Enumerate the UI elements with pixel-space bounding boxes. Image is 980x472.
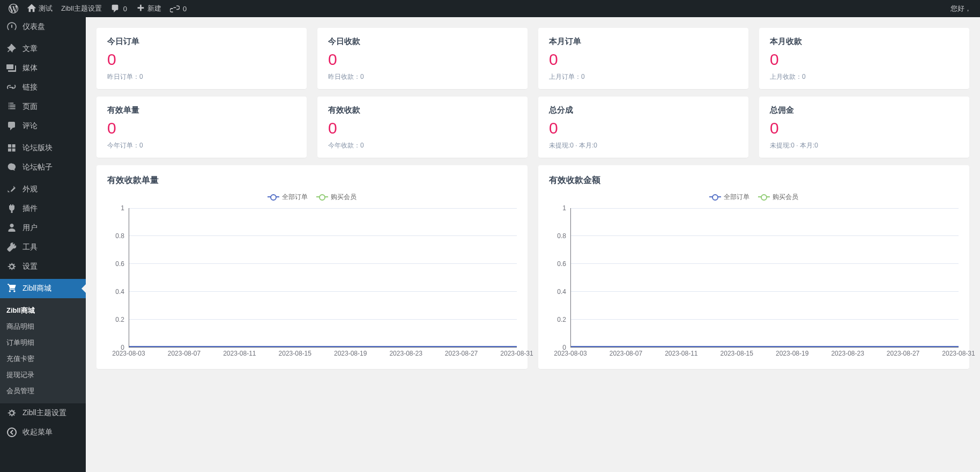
menu-dashboard[interactable]: 仪表盘	[0, 17, 86, 36]
comment-icon	[110, 4, 120, 13]
menu-tools[interactable]: 工具	[0, 238, 86, 257]
comments-link[interactable]: 0	[106, 0, 131, 17]
menu-appearance[interactable]: 外观	[0, 180, 86, 199]
plus-icon	[136, 4, 145, 13]
stat-title: 今日订单	[107, 36, 296, 47]
forum-icon	[6, 143, 17, 153]
submenu-shop-home[interactable]: Zibll商城	[0, 303, 86, 319]
y-tick: 0.2	[557, 316, 566, 323]
tools-icon	[6, 242, 17, 253]
submenu-withdraw[interactable]: 提现记录	[0, 367, 86, 380]
x-tick: 2023-08-23	[831, 350, 864, 357]
wordpress-logo[interactable]	[4, 0, 23, 17]
legend-item[interactable]: 购买会员	[758, 193, 798, 202]
menu-zibll-shop[interactable]: Zibll商城	[0, 279, 86, 298]
menu-media[interactable]: 媒体	[0, 58, 86, 78]
grid-line	[571, 208, 959, 209]
theme-settings-link[interactable]: Zibll主题设置	[57, 0, 106, 17]
link-icon	[170, 4, 180, 13]
chart-legend: 全部订单购买会员	[107, 191, 517, 202]
y-tick: 0.8	[115, 232, 124, 240]
x-tick: 2023-08-23	[389, 350, 422, 357]
home-icon	[27, 4, 36, 13]
wordpress-icon	[9, 4, 18, 13]
admin-sidebar: 仪表盘 文章 媒体 链接 页面 评论 论坛版块 论坛帖子 外观 插件 用户	[0, 17, 86, 380]
grid-line	[129, 263, 517, 264]
submenu-zibll-shop: Zibll商城 商品明细 订单明细 充值卡密 提现记录 会员管理	[0, 298, 86, 380]
dashboard-icon	[6, 21, 17, 32]
stat-value: 0	[107, 119, 296, 138]
legend-label: 购买会员	[331, 193, 357, 202]
x-tick: 2023-08-31	[500, 350, 533, 357]
stat-card: 今日收款0昨日收款：0	[317, 28, 528, 89]
submenu-products[interactable]: 商品明细	[0, 319, 86, 335]
menu-comments[interactable]: 评论	[0, 116, 86, 136]
stat-title: 有效单量	[107, 105, 296, 115]
y-tick: 0.2	[115, 316, 124, 323]
chart-area: 00.20.40.60.812023-08-032023-08-072023-0…	[549, 208, 959, 358]
y-tick: 0.6	[557, 260, 566, 268]
stat-card: 总佣金0未提现:0 · 本月:0	[759, 97, 969, 158]
stat-subtext: 上月收款：0	[770, 72, 959, 82]
link-count-item[interactable]: 0	[166, 0, 191, 17]
grid-line	[571, 235, 959, 236]
legend-label: 全部订单	[724, 193, 749, 202]
stat-value: 0	[328, 50, 517, 69]
stat-subtext: 昨日订单：0	[107, 72, 296, 82]
submenu-recharge[interactable]: 充值卡密	[0, 351, 86, 367]
y-tick: 0.4	[115, 288, 124, 296]
pin-icon	[6, 43, 17, 54]
stat-subtext: 上月订单：0	[549, 72, 738, 82]
menu-plugins[interactable]: 插件	[0, 199, 86, 218]
x-tick: 2023-08-11	[665, 350, 697, 357]
legend-item[interactable]: 全部订单	[709, 193, 749, 202]
menu-pages[interactable]: 页面	[0, 97, 86, 116]
submenu-orders[interactable]: 订单明细	[0, 335, 86, 351]
chart-card: 有效收款金额全部订单购买会员00.20.40.60.812023-08-0320…	[538, 165, 969, 369]
site-link[interactable]: 测试	[23, 0, 57, 17]
plugin-icon	[6, 203, 17, 214]
comments-count: 0	[123, 5, 127, 13]
links-icon	[6, 82, 17, 93]
stat-value: 0	[549, 50, 738, 69]
stat-title: 总分成	[549, 105, 738, 115]
user-greeting[interactable]: 您好，	[946, 0, 976, 17]
x-tick: 2023-08-07	[168, 350, 201, 357]
stat-value: 0	[770, 119, 959, 138]
menu-posts[interactable]: 文章	[0, 39, 86, 58]
menu-forum-boards[interactable]: 论坛版块	[0, 138, 86, 158]
grid-line	[571, 263, 959, 264]
x-tick: 2023-08-27	[887, 350, 919, 357]
stat-title: 总佣金	[770, 105, 959, 115]
x-tick: 2023-08-11	[223, 350, 256, 357]
legend-marker-icon	[709, 196, 721, 197]
grid-line	[571, 319, 959, 320]
stats-row-2: 有效单量0今年订单：0有效收款0今年收款：0总分成0未提现:0 · 本月:0总佣…	[96, 97, 969, 158]
grid-line	[571, 291, 959, 292]
plot-area[interactable]	[570, 208, 959, 348]
user-icon	[6, 223, 17, 233]
plot-area[interactable]	[129, 208, 517, 348]
legend-marker-icon	[268, 196, 279, 197]
menu-links[interactable]: 链接	[0, 78, 86, 97]
menu-users[interactable]: 用户	[0, 218, 86, 238]
menu-settings[interactable]: 设置	[0, 257, 86, 276]
grid-line	[129, 291, 517, 292]
stat-title: 有效收款	[328, 105, 517, 115]
stat-card: 今日订单0昨日订单：0	[96, 28, 307, 89]
media-icon	[6, 63, 17, 73]
stat-title: 本月收款	[770, 36, 959, 47]
y-axis: 00.20.40.60.81	[107, 208, 127, 348]
chart-legend: 全部订单购买会员	[549, 191, 959, 202]
new-content-link[interactable]: 新建	[131, 0, 166, 17]
x-tick: 2023-08-31	[942, 350, 975, 357]
stat-value: 0	[549, 119, 738, 138]
legend-item[interactable]: 全部订单	[268, 193, 308, 202]
legend-marker-icon	[316, 196, 328, 197]
legend-item[interactable]: 购买会员	[316, 193, 357, 202]
menu-forum-posts[interactable]: 论坛帖子	[0, 158, 86, 177]
y-tick: 0.8	[557, 232, 566, 240]
stat-card: 有效单量0今年订单：0	[96, 97, 307, 158]
x-tick: 2023-08-07	[610, 350, 642, 357]
chart-card: 有效收款单量全部订单购买会员00.20.40.60.812023-08-0320…	[96, 165, 528, 369]
